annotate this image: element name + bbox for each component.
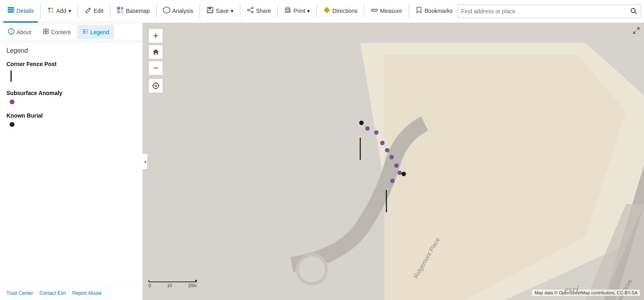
- expand-map-button[interactable]: [633, 27, 640, 36]
- search-container: [458, 4, 641, 18]
- separator-7: [277, 4, 278, 19]
- analysis-label: Analysis: [172, 8, 193, 14]
- svg-point-24: [289, 10, 290, 10]
- report-abuse-link[interactable]: Report Abuse: [72, 290, 102, 296]
- tab-legend[interactable]: Legend: [77, 25, 114, 39]
- print-button[interactable]: Print ▾: [280, 0, 314, 23]
- add-chevron: ▾: [68, 8, 71, 14]
- legend-symbol-burial: [10, 122, 14, 127]
- svg-rect-36: [46, 29, 48, 31]
- svg-rect-2: [8, 11, 14, 12]
- share-button[interactable]: Share: [243, 0, 275, 23]
- map-canvas: Ridgemont Drive Ridgemont Place Ridgemon…: [143, 23, 644, 300]
- tab-about-label: About: [17, 29, 31, 35]
- svg-rect-38: [46, 32, 48, 34]
- measure-button[interactable]: Measure: [367, 0, 406, 23]
- svg-marker-25: [324, 7, 330, 13]
- svg-point-69: [153, 83, 159, 89]
- scale-bar: 0 10 20m: [149, 280, 197, 288]
- svg-point-61: [380, 141, 385, 145]
- svg-rect-8: [117, 7, 120, 10]
- map-controls: + −: [149, 29, 163, 95]
- map-area[interactable]: Ridgemont Drive Ridgemont Place Ridgemon…: [143, 23, 644, 300]
- svg-rect-9: [121, 7, 124, 10]
- edit-button[interactable]: Edit: [80, 0, 107, 23]
- scale-bar-graphic: 0 10 20m: [149, 280, 197, 288]
- legend-section-title-2: Subsurface Anomaly: [6, 90, 136, 96]
- edit-label: Edit: [94, 8, 103, 14]
- content-icon: [43, 28, 49, 36]
- svg-text:i: i: [11, 29, 12, 34]
- separator-1: [40, 4, 41, 19]
- add-button[interactable]: ▾ Add ▾: [43, 0, 75, 23]
- scale-label-0: 0: [149, 283, 151, 288]
- svg-line-76: [637, 28, 639, 30]
- save-chevron: ▾: [231, 8, 233, 14]
- bookmarks-label: Bookmarks: [425, 8, 453, 14]
- sidebar-content: Legend Corner Fence Post Subsurface Anom…: [0, 41, 142, 286]
- svg-point-66: [390, 179, 395, 183]
- svg-point-17: [248, 9, 249, 11]
- analysis-button[interactable]: Analysis: [159, 0, 197, 23]
- gps-button[interactable]: [149, 79, 163, 93]
- scale-ticks: [149, 280, 197, 282]
- svg-point-65: [398, 171, 402, 175]
- sidebar-collapse-button[interactable]: ◂: [142, 153, 148, 170]
- legend-icon: [82, 28, 89, 36]
- scale-tick-mid: [149, 280, 196, 281]
- svg-line-20: [249, 10, 252, 12]
- separator-2: [78, 4, 78, 19]
- svg-point-16: [252, 7, 253, 9]
- basemap-icon: [117, 6, 124, 15]
- svg-point-52: [299, 257, 325, 282]
- print-chevron: ▾: [307, 8, 310, 14]
- directions-button[interactable]: Directions: [319, 0, 361, 23]
- home-button[interactable]: [149, 45, 163, 59]
- search-button[interactable]: [627, 6, 640, 17]
- svg-point-59: [365, 126, 370, 131]
- legend-title: Legend: [6, 47, 136, 54]
- about-icon: i: [8, 28, 14, 36]
- svg-point-67: [359, 121, 364, 125]
- svg-rect-4: [51, 8, 53, 10]
- sidebar-footer: Trust Center Contact Esri Report Abuse: [0, 286, 142, 300]
- tab-content-label: Content: [51, 29, 71, 35]
- scale-label-20: 20m: [188, 283, 197, 288]
- bookmarks-button[interactable]: Bookmarks: [411, 0, 457, 23]
- zoom-out-button[interactable]: −: [149, 61, 163, 75]
- scale-labels: 0 10 20m: [149, 283, 197, 288]
- svg-rect-10: [117, 10, 120, 13]
- directions-icon: [323, 6, 330, 15]
- svg-rect-14: [208, 7, 211, 9]
- measure-icon: [371, 6, 378, 15]
- trust-center-link[interactable]: Trust Center: [6, 290, 33, 296]
- esri-logo: esri: [564, 283, 596, 298]
- edit-icon: [85, 6, 92, 15]
- share-icon: [247, 6, 254, 15]
- directions-label: Directions: [332, 8, 357, 14]
- basemap-button[interactable]: Basemap: [113, 0, 154, 23]
- save-icon: [206, 6, 214, 15]
- svg-text:▾: ▾: [52, 10, 53, 14]
- search-input[interactable]: [458, 6, 627, 16]
- svg-text:esri: esri: [564, 283, 579, 295]
- zoom-in-button[interactable]: +: [149, 29, 163, 43]
- details-icon: [7, 6, 14, 15]
- details-button[interactable]: Details: [3, 0, 38, 23]
- svg-point-62: [385, 148, 390, 153]
- contact-esri-link[interactable]: Contact Esri: [39, 290, 66, 296]
- svg-point-64: [394, 163, 399, 168]
- save-button[interactable]: Save ▾: [202, 0, 237, 23]
- svg-line-32: [635, 12, 636, 14]
- svg-line-19: [249, 8, 252, 10]
- svg-line-77: [634, 31, 636, 33]
- tab-content[interactable]: Content: [38, 25, 76, 39]
- svg-marker-12: [163, 7, 170, 13]
- separator-6: [240, 4, 240, 19]
- svg-point-70: [155, 85, 157, 87]
- tab-about[interactable]: i About: [3, 25, 36, 39]
- svg-point-60: [374, 130, 379, 135]
- separator-5: [200, 4, 200, 19]
- save-label: Save: [216, 8, 229, 14]
- legend-section-subsurface-anomaly: Subsurface Anomaly: [6, 90, 136, 104]
